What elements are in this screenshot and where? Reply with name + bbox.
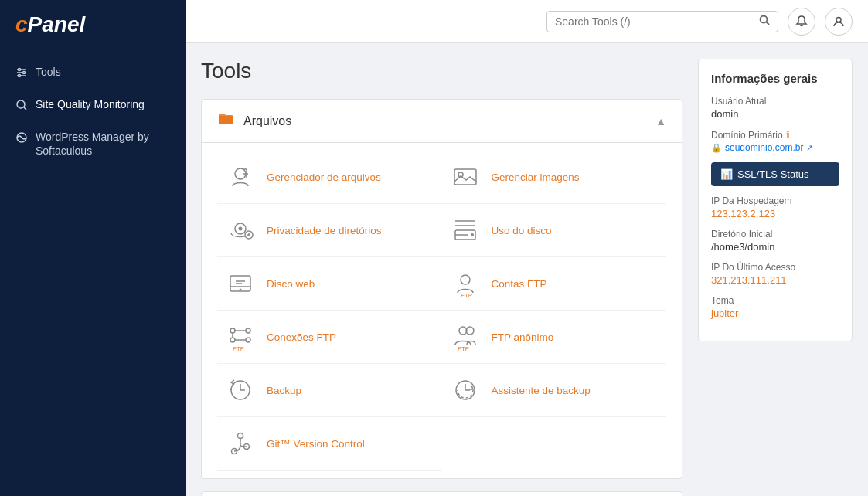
tool-contas-ftp-label: Contas FTP <box>492 278 547 290</box>
tool-conexoes-ftp[interactable]: FTP Conexões FTP <box>217 311 442 364</box>
tool-git[interactable]: Git™ Version Control <box>217 417 442 471</box>
tool-ftp-anonimo[interactable]: FTP FTP anônimo <box>442 311 667 364</box>
info-tema-value: jupiter <box>711 307 839 319</box>
tool-gerenciador-arquivos[interactable]: Gerenciador de arquivos <box>217 151 442 204</box>
svg-point-32 <box>230 328 235 333</box>
info-ip-hospedagem-label: IP Da Hospedagem <box>711 195 839 206</box>
info-tema-label: Tema <box>711 295 839 306</box>
svg-text:FTP: FTP <box>461 292 472 297</box>
svg-point-5 <box>19 75 21 77</box>
svg-point-35 <box>246 338 250 342</box>
git-icon <box>225 428 256 459</box>
tool-backup-label: Backup <box>267 385 301 396</box>
ssl-btn-label: SSL/TLS Status <box>737 168 809 180</box>
tool-uso-disco[interactable]: Uso do disco <box>442 204 667 257</box>
info-diretorio-inicial: Diretório Inicial /home3/domin <box>711 229 839 253</box>
svg-line-10 <box>767 22 770 25</box>
sidebar-nav: Tools Site Quality Monitoring WordPress … <box>0 49 186 173</box>
tool-gerenciar-imagens[interactable]: Gerenciar imagens <box>442 151 667 204</box>
svg-point-6 <box>17 100 25 108</box>
backup-wizard-icon <box>450 375 481 406</box>
tool-disco-web-label: Disco web <box>267 278 315 290</box>
disk-usage-icon <box>450 215 481 246</box>
notifications-button[interactable] <box>788 8 815 36</box>
user-menu-button[interactable] <box>825 8 853 36</box>
info-ip-hospedagem: IP Da Hospedagem 123.123.2.123 <box>711 195 839 219</box>
wordpress-icon <box>15 131 28 147</box>
tool-privacidade-diretorios-label: Privacidade de diretórios <box>267 225 382 236</box>
svg-point-30 <box>461 275 470 284</box>
section-bancos-dados: Bancos de dados ▲ <box>201 491 682 496</box>
svg-point-4 <box>23 72 26 74</box>
sidebar: cPanel Tools <box>0 0 186 496</box>
external-link-icon: ↗ <box>806 143 813 153</box>
lock-icon: 🔒 <box>711 143 722 153</box>
sidebar-item-site-quality-label: Site Quality Monitoring <box>36 97 145 111</box>
tool-backup[interactable]: Backup <box>217 364 442 417</box>
site-quality-icon <box>15 99 28 114</box>
svg-point-9 <box>761 15 768 22</box>
svg-line-7 <box>24 107 26 110</box>
backup-icon <box>225 375 256 406</box>
svg-point-16 <box>239 227 243 231</box>
right-info-panel: Informações gerais Usuário Atual domin D… <box>698 59 853 481</box>
tool-privacidade-diretorios[interactable]: Privacidade de diretórios <box>217 204 442 257</box>
sidebar-item-wordpress[interactable]: WordPress Manager by Softaculous <box>0 122 186 165</box>
chart-bar-icon: 📊 <box>720 168 733 180</box>
svg-rect-13 <box>454 169 476 185</box>
info-usuario-atual: Usuário Atual domin <box>711 96 839 120</box>
section-arquivos-header[interactable]: Arquivos ▲ <box>202 100 682 143</box>
info-card: Informações gerais Usuário Atual domin D… <box>698 59 853 341</box>
tool-disco-web[interactable]: Disco web <box>217 257 442 311</box>
image-manager-icon <box>450 161 481 192</box>
info-dominio-value: 🔒 seudominio.com.br ↗ <box>711 142 839 153</box>
svg-point-23 <box>471 233 474 236</box>
section-bancos-dados-header[interactable]: Bancos de dados ▲ <box>202 492 682 496</box>
info-ip-ultimo-value: 321.213.111.211 <box>711 274 839 286</box>
ssl-tls-status-button[interactable]: 📊 SSL/TLS Status <box>711 162 839 186</box>
sidebar-item-tools[interactable]: Tools <box>0 57 186 90</box>
content-area: Tools Arquivos ▲ <box>186 43 868 496</box>
info-dominio-primario: Domínio Primário ℹ 🔒 seudominio.com.br ↗ <box>711 129 839 153</box>
directory-privacy-icon <box>225 215 256 246</box>
search-button[interactable] <box>759 15 770 29</box>
tool-contas-ftp[interactable]: FTP Contas FTP <box>442 257 667 311</box>
tool-gerenciar-imagens-label: Gerenciar imagens <box>492 172 580 183</box>
info-dominio-label: Domínio Primário ℹ <box>711 129 839 141</box>
ftp-connections-icon: FTP <box>225 321 256 352</box>
sidebar-item-site-quality[interactable]: Site Quality Monitoring <box>0 90 186 122</box>
info-diretorio-label: Diretório Inicial <box>711 229 839 240</box>
tool-gerenciador-arquivos-label: Gerenciador de arquivos <box>267 172 381 183</box>
header <box>186 0 868 43</box>
sidebar-item-tools-label: Tools <box>36 65 61 79</box>
info-ip-ultimo-label: IP Do Último Acesso <box>711 262 839 273</box>
tool-ftp-anonimo-label: FTP anônimo <box>492 331 554 343</box>
info-ip-hospedagem-value: 123.123.2.123 <box>711 208 839 219</box>
svg-point-11 <box>836 17 841 22</box>
cpanel-logo: cPanel <box>15 12 170 37</box>
main-area: Tools Arquivos ▲ <box>186 0 868 496</box>
svg-point-45 <box>238 433 243 439</box>
info-usuario-atual-label: Usuário Atual <box>711 96 839 107</box>
svg-point-3 <box>19 69 21 71</box>
search-bar[interactable] <box>546 11 778 32</box>
chevron-up-icon: ▲ <box>655 115 666 127</box>
section-arquivos: Arquivos ▲ <box>201 99 682 479</box>
tool-assistente-backup-label: Assistente de backup <box>492 385 591 396</box>
tool-git-label: Git™ Version Control <box>267 438 365 450</box>
page-title: Tools <box>201 59 682 83</box>
sidebar-item-wordpress-label: WordPress Manager by Softaculous <box>36 130 170 158</box>
web-disk-icon <box>225 268 256 299</box>
section-arquivos-body: Gerenciador de arquivos Ge <box>202 143 682 478</box>
tool-assistente-backup[interactable]: Assistente de backup <box>442 364 667 417</box>
info-icon: ℹ <box>786 129 790 141</box>
logo-panel-text: Panel <box>28 12 86 36</box>
info-tema: Tema jupiter <box>711 295 839 319</box>
search-input[interactable] <box>555 15 759 28</box>
tools-icon <box>15 66 28 82</box>
file-manager-icon <box>225 161 256 192</box>
svg-point-34 <box>246 328 250 333</box>
info-ip-ultimo-acesso: IP Do Último Acesso 321.213.111.211 <box>711 262 839 286</box>
info-card-title: Informações gerais <box>711 72 839 85</box>
tools-grid: Gerenciador de arquivos Ge <box>217 151 666 471</box>
